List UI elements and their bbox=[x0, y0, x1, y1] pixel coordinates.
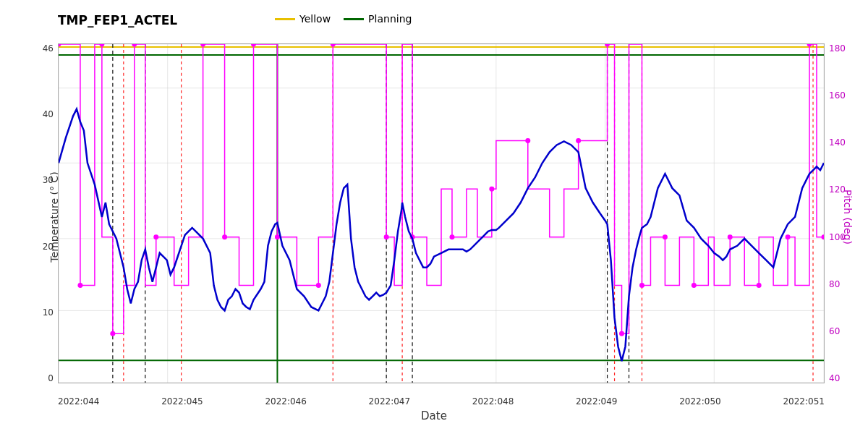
y-left-tick-46: 46 bbox=[40, 43, 56, 54]
y-axis-right-label: Pitch (deg) bbox=[842, 190, 854, 244]
svg-point-23 bbox=[222, 234, 227, 239]
x-tick-045: 2022:045 bbox=[161, 396, 203, 407]
legend: Yellow Planning bbox=[275, 13, 412, 25]
y-right-tick-80: 80 bbox=[826, 279, 843, 289]
svg-point-19 bbox=[110, 331, 115, 336]
y-right-tick-40: 40 bbox=[826, 373, 843, 383]
chart-container: TMP_FEP1_ACTEL Yellow Planning 46 40 30 … bbox=[0, 0, 868, 434]
svg-point-30 bbox=[449, 234, 454, 239]
svg-point-33 bbox=[576, 138, 581, 143]
x-tick-048: 2022:048 bbox=[472, 396, 514, 407]
svg-point-28 bbox=[384, 234, 389, 239]
chart-title: TMP_FEP1_ACTEL bbox=[58, 13, 177, 27]
x-tick-044: 2022:044 bbox=[58, 396, 100, 407]
x-axis-label: Date bbox=[421, 409, 447, 422]
x-tick-051: 2022:051 bbox=[783, 396, 825, 407]
x-tick-046: 2022:046 bbox=[265, 396, 307, 407]
y-right-tick-180: 180 bbox=[826, 43, 848, 54]
legend-yellow: Yellow bbox=[275, 13, 331, 25]
y-left-tick-10: 10 bbox=[40, 307, 56, 318]
y-right-tick-160: 160 bbox=[826, 90, 848, 101]
x-tick-050: 2022:050 bbox=[679, 396, 721, 407]
svg-point-41 bbox=[786, 234, 791, 239]
svg-point-40 bbox=[757, 283, 762, 288]
legend-planning: Planning bbox=[344, 13, 412, 25]
y-right-tick-140: 140 bbox=[826, 137, 848, 148]
x-axis-ticks: 2022:044 2022:045 2022:046 2022:047 2022… bbox=[58, 396, 825, 407]
planning-label: Planning bbox=[368, 13, 412, 25]
svg-point-37 bbox=[663, 234, 668, 239]
svg-point-32 bbox=[525, 138, 530, 143]
planning-line-icon bbox=[344, 18, 364, 20]
yellow-line-icon bbox=[275, 18, 295, 20]
svg-point-36 bbox=[639, 283, 644, 288]
x-tick-049: 2022:049 bbox=[576, 396, 618, 407]
svg-point-25 bbox=[275, 234, 280, 239]
svg-point-35 bbox=[619, 331, 624, 336]
svg-point-21 bbox=[153, 234, 158, 239]
svg-point-38 bbox=[692, 283, 697, 288]
svg-point-26 bbox=[316, 283, 321, 288]
y-left-tick-0: 0 bbox=[45, 373, 56, 383]
plot-area bbox=[58, 43, 825, 383]
yellow-label: Yellow bbox=[299, 13, 331, 25]
svg-point-39 bbox=[728, 234, 733, 239]
svg-point-31 bbox=[489, 187, 494, 192]
chart-svg bbox=[59, 44, 824, 383]
y-left-tick-40: 40 bbox=[40, 109, 56, 119]
svg-point-17 bbox=[77, 283, 82, 288]
y-right-tick-60: 60 bbox=[826, 326, 843, 336]
x-tick-047: 2022:047 bbox=[369, 396, 411, 407]
